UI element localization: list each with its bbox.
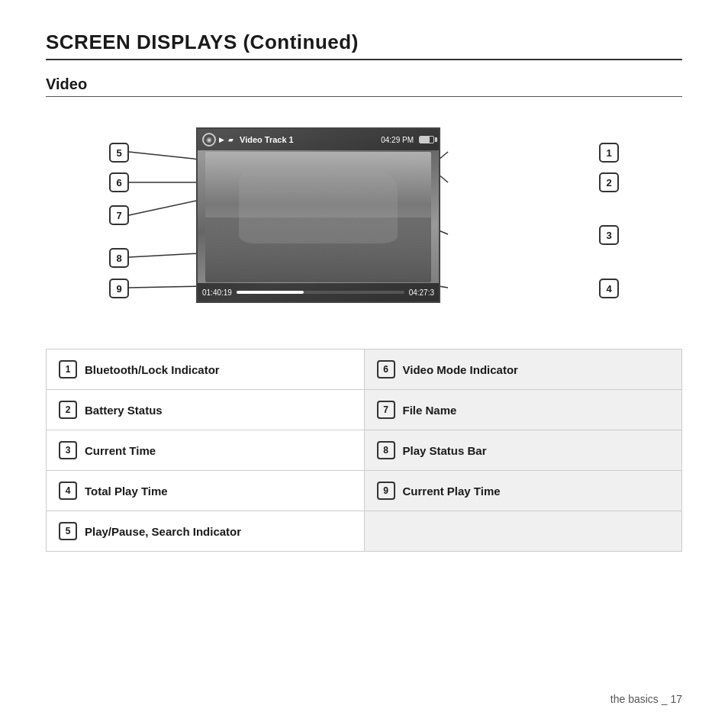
video-bottom-bar: 01:40:19 04:27:3 <box>198 283 439 301</box>
diagram-container: 5 6 7 8 9 1 2 3 4 ◉ ▶ <box>46 112 682 326</box>
item-label-2: Battery Status <box>85 404 163 417</box>
battery-icon <box>419 136 434 143</box>
item-badge-4: 4 <box>59 482 77 500</box>
video-total-time: 04:27:3 <box>409 288 434 297</box>
item-badge-2: 2 <box>59 401 77 419</box>
video-time-display: 04:29 PM <box>381 136 414 144</box>
car-image <box>205 152 431 282</box>
right-cell-5-empty <box>364 511 682 552</box>
table-row: 2 Battery Status 7 File Name <box>47 390 682 430</box>
title-divider <box>46 59 682 60</box>
table-row: 1 Bluetooth/Lock Indicator 6 Video Mode … <box>47 350 682 390</box>
badge-1: 1 <box>599 143 619 163</box>
video-controls: ▶ ▰ <box>219 136 234 143</box>
table-row: 5 Play/Pause, Search Indicator <box>47 511 682 552</box>
video-current-time: 01:40:19 <box>202 288 232 297</box>
video-screen: ◉ ▶ ▰ Video Track 1 04:29 PM <box>196 127 440 303</box>
svg-line-4 <box>129 286 200 288</box>
item-badge-9: 9 <box>377 482 395 500</box>
badge-7: 7 <box>109 205 129 225</box>
item-label-6: Video Mode Indicator <box>403 363 518 376</box>
svg-line-3 <box>129 253 200 257</box>
item-badge-1: 1 <box>59 360 77 378</box>
video-title: Video Track 1 <box>240 135 294 144</box>
section-divider <box>46 96 682 97</box>
svg-line-2 <box>129 200 200 215</box>
progress-bar <box>237 291 404 294</box>
right-cell-1: 6 Video Mode Indicator <box>364 350 682 390</box>
items-table: 1 Bluetooth/Lock Indicator 6 Video Mode … <box>46 349 682 552</box>
svg-line-0 <box>129 152 200 159</box>
left-cell-1: 1 Bluetooth/Lock Indicator <box>47 350 365 390</box>
item-badge-3: 3 <box>59 441 77 459</box>
item-label-7: File Name <box>403 404 457 417</box>
right-cell-3: 8 Play Status Bar <box>364 430 682 471</box>
badge-3: 3 <box>599 225 619 245</box>
page-title: SCREEN DISPLAYS (Continued) <box>46 31 682 54</box>
item-badge-5: 5 <box>59 522 77 540</box>
item-label-3: Current Time <box>85 444 156 457</box>
video-screen-inner: ◉ ▶ ▰ Video Track 1 04:29 PM <box>198 129 439 301</box>
diagram-inner: 5 6 7 8 9 1 2 3 4 ◉ ▶ <box>97 112 631 318</box>
progress-fill <box>237 291 304 294</box>
badge-8: 8 <box>109 248 129 268</box>
video-top-bar: ◉ ▶ ▰ Video Track 1 04:29 PM <box>198 129 439 150</box>
badge-9: 9 <box>109 279 129 298</box>
item-label-4: Total Play Time <box>85 485 168 498</box>
table-row: 4 Total Play Time 9 Current Play Time <box>47 471 682 511</box>
item-label-9: Current Play Time <box>403 485 501 498</box>
video-mode-icon: ◉ <box>202 133 216 147</box>
left-cell-4: 4 Total Play Time <box>47 471 365 511</box>
badge-6: 6 <box>109 172 129 192</box>
item-label-5: Play/Pause, Search Indicator <box>85 525 241 538</box>
item-label-8: Play Status Bar <box>403 444 487 457</box>
left-cell-3: 3 Current Time <box>47 430 365 471</box>
item-label-1: Bluetooth/Lock Indicator <box>85 363 220 376</box>
badge-4: 4 <box>599 279 619 298</box>
badge-5: 5 <box>109 143 129 163</box>
section-heading: Video <box>46 76 682 93</box>
footer-text: the basics _ 17 <box>610 693 682 705</box>
left-cell-2: 2 Battery Status <box>47 390 365 430</box>
item-badge-7: 7 <box>377 401 395 419</box>
right-cell-4: 9 Current Play Time <box>364 471 682 511</box>
page-footer: the basics _ 17 <box>610 693 682 705</box>
item-badge-8: 8 <box>377 441 395 459</box>
badge-2: 2 <box>599 172 619 192</box>
item-badge-6: 6 <box>377 360 395 378</box>
left-cell-5: 5 Play/Pause, Search Indicator <box>47 511 365 552</box>
table-row: 3 Current Time 8 Play Status Bar <box>47 430 682 471</box>
right-cell-2: 7 File Name <box>364 390 682 430</box>
